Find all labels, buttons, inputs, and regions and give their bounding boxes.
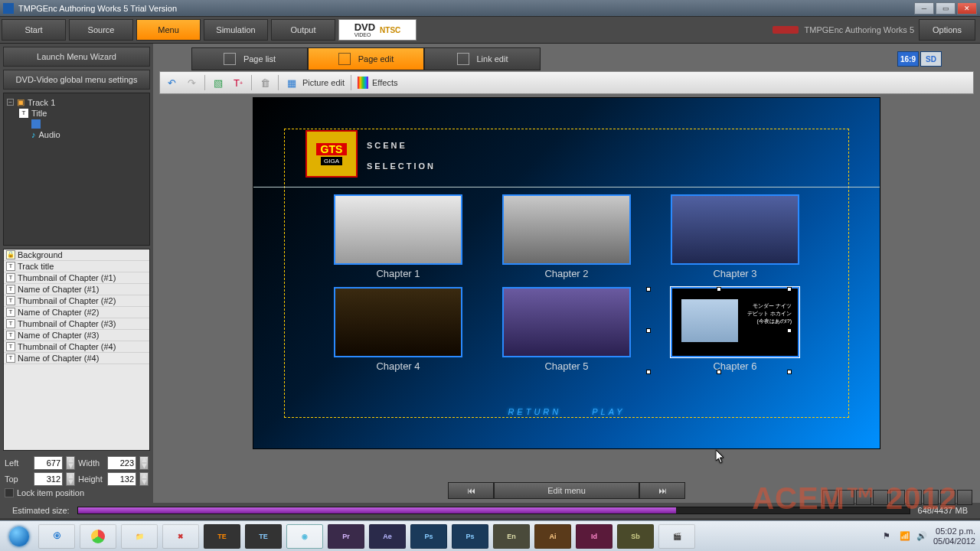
taskbar-indesign[interactable]: Id xyxy=(576,524,612,549)
height-spinner[interactable]: ▲▼ xyxy=(139,472,149,486)
page-edit-icon xyxy=(338,53,351,65)
menu-title[interactable]: SCENESELECTION xyxy=(367,132,436,174)
minimize-button[interactable]: ─ xyxy=(914,2,934,15)
tab-link-edit[interactable]: Link edit xyxy=(424,47,541,70)
align-tool-3[interactable] xyxy=(856,490,871,505)
start-button[interactable] xyxy=(5,525,34,548)
chapter-5-thumb[interactable] xyxy=(502,287,631,357)
taskbar-encore[interactable]: En xyxy=(493,524,530,549)
sd-badge[interactable]: SD xyxy=(920,51,942,67)
taskbar-chrome[interactable] xyxy=(80,524,116,549)
width-spinner[interactable]: ▲▼ xyxy=(139,456,149,470)
taskbar-app4[interactable]: ◉ xyxy=(286,524,323,549)
taskbar-ie[interactable]: ⓔ xyxy=(38,524,75,549)
left-input[interactable] xyxy=(34,456,63,470)
page-list-icon xyxy=(224,53,236,65)
add-text-icon[interactable]: T+ xyxy=(231,76,245,90)
add-image-icon[interactable]: ▧ xyxy=(211,76,225,90)
align-tool-9[interactable] xyxy=(957,490,972,505)
align-tool-4[interactable] xyxy=(873,490,888,505)
link-edit-icon xyxy=(457,53,469,65)
position-panel: Left▲▼ Width▲▼ Top▲▼ Height▲▼ Lock item … xyxy=(3,454,150,500)
effects-icon xyxy=(358,77,368,89)
status-bar: Estimated size: 648/4437 MB xyxy=(0,503,980,518)
top-input[interactable] xyxy=(34,472,63,486)
main-toolbar: Start Source Menu Simulation Output DVDV… xyxy=(0,17,980,44)
taskbar-app5[interactable]: 🎬 xyxy=(658,524,695,549)
tray-volume-icon[interactable]: 🔊 xyxy=(916,531,927,542)
launch-wizard-button[interactable]: Launch Menu Wizard xyxy=(3,47,150,67)
tab-source[interactable]: Source xyxy=(69,19,133,41)
picture-edit-button[interactable]: ▦Picture edit xyxy=(285,76,345,90)
taskbar-illustrator[interactable]: Ai xyxy=(534,524,571,549)
effects-button[interactable]: Effects xyxy=(358,77,397,89)
align-tool-2[interactable] xyxy=(839,490,854,505)
taskbar-soundbooth[interactable]: Sb xyxy=(617,524,654,549)
align-tools xyxy=(822,490,972,505)
titlebar: TMPGEnc Authoring Works 5 Trial Version … xyxy=(0,0,980,17)
align-tool-8[interactable] xyxy=(940,490,956,505)
next-page-button[interactable]: ⏭ xyxy=(639,482,685,499)
chapter-3-thumb[interactable] xyxy=(671,194,799,265)
align-tool-5[interactable] xyxy=(890,490,905,505)
taskbar-app1[interactable]: ✖ xyxy=(162,524,199,549)
taskbar-app2[interactable]: TE xyxy=(204,524,240,549)
taskbar-photoshop1[interactable]: Ps xyxy=(410,524,447,549)
left-panel: Launch Menu Wizard DVD-Video global menu… xyxy=(0,44,153,503)
taskbar-explorer[interactable]: 📁 xyxy=(121,524,158,549)
prev-page-button[interactable]: ⏮ xyxy=(448,482,494,499)
windows-orb-icon xyxy=(9,527,29,546)
tab-page-list[interactable]: Page list xyxy=(191,47,308,70)
close-button[interactable]: ✕ xyxy=(957,2,977,15)
tray-network-icon[interactable]: 📶 xyxy=(900,531,910,542)
taskbar-app3[interactable]: TE xyxy=(245,524,282,549)
align-tool-6[interactable] xyxy=(906,490,922,505)
layer-list[interactable]: 🔒Background TTrack title TThumbnail of C… xyxy=(3,249,150,451)
aspect-ratio-badge[interactable]: 16:9 xyxy=(897,51,919,67)
menu-canvas[interactable]: GTS GIGA SCENESELECTION Chapter 1 Chapte… xyxy=(253,97,880,449)
chapter-4-thumb[interactable] xyxy=(334,287,462,357)
edit-toolbar: ↶ ↷ ▧ T+ 🗑 ▦Picture edit Effects xyxy=(159,71,974,94)
editor-area: Page list Page edit Link edit 16:9 SD ↶ … xyxy=(153,44,980,503)
brand-label: TMPGEnc Authoring Works 5 xyxy=(773,17,919,43)
top-spinner[interactable]: ▲▼ xyxy=(66,472,75,486)
tab-start[interactable]: Start xyxy=(2,19,66,41)
undo-icon[interactable]: ↶ xyxy=(165,76,178,90)
edit-menu-button[interactable]: Edit menu xyxy=(494,482,639,499)
menu-logo[interactable]: GTS GIGA xyxy=(305,130,358,178)
maximize-button[interactable]: ▭ xyxy=(936,2,956,15)
taskbar: ⓔ 📁 ✖ TE TE ◉ Pr Ae Ps Ps En Ai Id Sb 🎬 … xyxy=(0,520,980,551)
tab-output[interactable]: Output xyxy=(271,19,335,41)
return-link[interactable]: RETURN xyxy=(508,407,561,416)
expand-icon[interactable]: − xyxy=(7,99,14,106)
tab-page-edit[interactable]: Page edit xyxy=(308,47,424,70)
left-spinner[interactable]: ▲▼ xyxy=(66,456,75,470)
tab-simulation[interactable]: Simulation xyxy=(204,19,268,41)
taskbar-premiere[interactable]: Pr xyxy=(328,524,364,549)
taskbar-aftereffects[interactable]: Ae xyxy=(369,524,406,549)
chapter-6-thumb[interactable]: モンダー ナイツデビット ホカイン(今夜はあの!?) xyxy=(671,287,799,357)
tray-flag-icon[interactable]: ⚑ xyxy=(883,531,893,542)
global-settings-button[interactable]: DVD-Video global menu settings xyxy=(3,70,150,90)
lock-checkbox[interactable] xyxy=(5,488,14,497)
dvd-badge: DVDVIDEO NTSC xyxy=(338,19,416,41)
clock[interactable]: 05:02 p.m.05/04/2012 xyxy=(933,527,975,546)
delete-icon[interactable]: 🗑 xyxy=(258,76,272,90)
window-title: TMPGEnc Authoring Works 5 Trial Version xyxy=(18,4,177,13)
align-tool-7[interactable] xyxy=(923,490,939,505)
size-bar xyxy=(77,507,910,514)
app-icon xyxy=(3,3,14,14)
tab-menu[interactable]: Menu xyxy=(136,19,201,41)
track-tree[interactable]: −▣Track 1 TTitle ♪Audio xyxy=(3,93,150,246)
options-button[interactable]: Options xyxy=(919,19,975,41)
redo-icon[interactable]: ↷ xyxy=(185,76,198,90)
play-link[interactable]: PLAY xyxy=(592,407,625,416)
width-input[interactable] xyxy=(107,456,136,470)
chapter-2-thumb[interactable] xyxy=(502,194,631,265)
chapter-1-thumb[interactable] xyxy=(334,194,462,265)
align-tool-1[interactable] xyxy=(822,490,838,505)
height-input[interactable] xyxy=(107,472,136,486)
taskbar-photoshop2[interactable]: Ps xyxy=(452,524,488,549)
